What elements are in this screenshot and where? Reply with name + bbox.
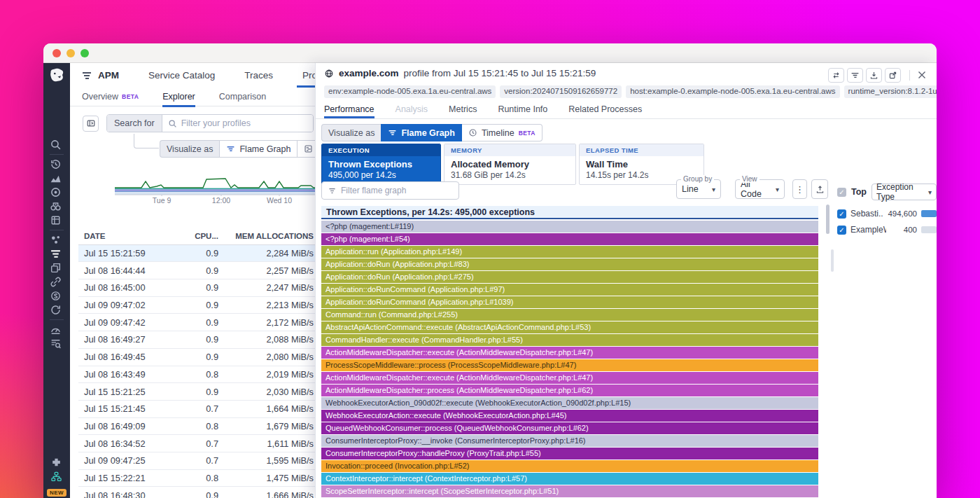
apm-icon[interactable] <box>50 248 62 260</box>
more-options-button[interactable]: ⋮ <box>792 179 807 199</box>
profile-tag[interactable]: version:2024071509162659772 <box>500 85 622 98</box>
flame-graph-option[interactable]: Flame Graph <box>381 124 461 141</box>
flame-frame[interactable]: ProcessScopeMiddleware::process (Process… <box>321 359 818 371</box>
table-cell: 2,213 MiB/s <box>224 300 319 310</box>
flame-filter-input[interactable]: Filter flame graph <box>321 181 459 200</box>
minimize-window-button[interactable] <box>66 49 75 57</box>
flame-frame[interactable]: <?php (magement:L#119) <box>321 221 818 233</box>
chart-icon[interactable] <box>50 172 62 184</box>
panel-tab-analysis[interactable]: Analysis <box>396 100 428 118</box>
view-select[interactable]: View All Code▾ <box>735 179 785 199</box>
legend-item[interactable]: ✓ExampleWa...400 <box>837 225 937 235</box>
metric-card-memory[interactable]: MEMORYAllocated Memory31.68 GiB per 14.2… <box>444 144 576 185</box>
subnav-tab-overview[interactable]: OverviewBETA <box>82 88 139 106</box>
beta-badge: BETA <box>122 93 139 100</box>
flame-frame[interactable]: Invocation::proceed (Invocation.php:L#52… <box>321 460 818 472</box>
scrollbar-thumb[interactable] <box>826 205 830 234</box>
compare-button[interactable] <box>828 68 844 83</box>
flame-frame[interactable]: WebhookExecutorAction_090d02f::execute (… <box>321 397 818 409</box>
subnav-tab-comparison[interactable]: Comparison <box>219 88 266 106</box>
legend-checkbox[interactable]: ✓ <box>837 209 846 219</box>
flame-frame[interactable]: ActionMiddlewareDispatcher::execute (Act… <box>321 347 818 359</box>
flame-frame[interactable]: WebhookExecutorAction::execute (WebhookE… <box>321 410 818 422</box>
search-icon[interactable] <box>50 139 62 151</box>
group-by-select[interactable]: Group by Line▾ <box>676 179 721 199</box>
legend-checkbox[interactable]: ✓ <box>837 226 846 235</box>
profile-search-input[interactable]: Filter your profiles <box>162 115 313 132</box>
nav-item-traces[interactable]: Traces <box>244 63 273 88</box>
flame-frame[interactable]: Command::run (Command.php:L#255) <box>321 309 818 321</box>
panel-resize-handle[interactable] <box>831 249 834 272</box>
cube-icon[interactable] <box>50 214 62 226</box>
open-in-new-button[interactable] <box>885 68 901 83</box>
top-checkbox[interactable]: ✓ <box>837 188 846 197</box>
expand-panel-button[interactable] <box>83 116 99 132</box>
flame-frame[interactable]: Application::doRun (Application.php:L#83… <box>321 258 818 270</box>
windows-icon[interactable] <box>50 262 62 274</box>
close-panel-button[interactable] <box>916 69 928 81</box>
panel-tab-metrics[interactable]: Metrics <box>449 100 477 118</box>
target-icon[interactable] <box>50 186 62 198</box>
column-header-cpu[interactable]: CPU... <box>185 232 224 240</box>
flame-frame[interactable]: CommandHandler::execute (CommandHandler.… <box>321 334 818 346</box>
flame-frame[interactable]: Application::doRunCommand (Application.p… <box>321 284 818 296</box>
binoculars-icon[interactable] <box>50 200 62 212</box>
security-icon[interactable] <box>50 290 62 302</box>
table-cell: 1,679 MiB/s <box>224 421 319 431</box>
close-window-button[interactable] <box>52 49 61 57</box>
flame-frame[interactable]: AbstractApiActionCommand::execute (Abstr… <box>321 321 818 333</box>
metric-card-execution[interactable]: EXECUTIONThrown Exceptions495,000 per 14… <box>321 144 441 185</box>
legend-item[interactable]: ✓Sebasti...494,600 <box>837 209 937 219</box>
panel-visualize-row: Visualize as Flame Graph Timeline BETA <box>321 124 542 141</box>
column-header-label: MEM ALLOCATIONS <box>235 232 314 240</box>
flame-frame[interactable]: Application::doRun (Application.php:L#27… <box>321 271 818 283</box>
table-cell: 0.7 <box>185 403 224 414</box>
list-search-icon[interactable] <box>50 338 62 350</box>
flame-frame[interactable]: ConsumerInterceptorProxy::handleProxy (P… <box>321 448 818 459</box>
subnav-tab-explorer[interactable]: Explorer <box>162 88 195 106</box>
panel-tab-related-processes[interactable]: Related Processes <box>568 100 642 118</box>
filter-icon <box>328 186 337 195</box>
x-tick-label: 12:00 <box>212 196 230 205</box>
table-cell: Jul 08 16:43:49 <box>78 369 185 380</box>
column-header-date[interactable]: DATE <box>78 232 185 240</box>
flame-scrollbar[interactable] <box>826 205 830 498</box>
nav-item-apm[interactable]: APM <box>81 63 119 88</box>
column-header-mem-allocations[interactable]: MEM ALLOCATIONS <box>224 232 319 240</box>
flame-graph-option[interactable]: Flame Graph <box>219 140 298 158</box>
cluster-icon[interactable] <box>50 234 62 246</box>
panel-tab-performance[interactable]: Performance <box>324 100 374 118</box>
panel-title: example.com <box>339 68 399 78</box>
new-badge: NEW <box>47 489 66 497</box>
flame-frame[interactable]: Application::doRunCommand (Application.p… <box>321 296 818 308</box>
profile-tag[interactable]: env:example-node-005.exa.1a.eu-central.a… <box>324 85 496 98</box>
flame-frame[interactable]: ScopeSetterInterceptor::intercept (Scope… <box>321 485 818 497</box>
gauge-icon[interactable] <box>50 324 62 336</box>
profile-tag[interactable]: runtime_version:8.1.2-1ubuntu2.18 <box>844 85 937 98</box>
panel-tab-runtime-info[interactable]: Runtime Info <box>498 100 547 118</box>
zoom-window-button[interactable] <box>80 49 89 57</box>
export-button[interactable] <box>811 179 828 199</box>
flame-frame[interactable]: ConsumerInterceptorProxy::__invoke (Cons… <box>321 435 818 447</box>
nav-item-service-catalog[interactable]: Service Catalog <box>148 63 215 88</box>
flame-frame[interactable]: ContextInterceptor::intercept (ContextIn… <box>321 473 818 485</box>
profile-tag[interactable]: host:example-0.example-node-005.exa.1a.e… <box>626 85 839 98</box>
datadog-logo-icon[interactable] <box>48 67 65 83</box>
flame-graph-icon <box>226 144 235 153</box>
flame-view-button[interactable] <box>847 68 863 83</box>
apm-bars-icon <box>81 70 92 81</box>
flame-frame[interactable]: ActionMiddlewareDispatcher::execute (Act… <box>321 372 818 384</box>
flame-frame[interactable]: QueuedWebhookConsumer::process (QueuedWe… <box>321 422 818 434</box>
timeline-option[interactable]: Timeline BETA <box>462 124 542 141</box>
link-icon[interactable] <box>50 276 62 288</box>
rotate-icon[interactable] <box>50 304 62 316</box>
puzzle-icon[interactable] <box>50 457 62 469</box>
exception-type-select[interactable]: Exception Type ▾ <box>872 184 937 200</box>
flame-frame[interactable]: ActionMiddlewareDispatcher::process (Act… <box>321 385 818 396</box>
flame-frame[interactable]: Application::run (Application.php:L#149) <box>321 246 818 258</box>
team-icon[interactable] <box>50 471 62 483</box>
flame-frame[interactable]: <?php (magement:L#54) <box>321 233 818 245</box>
history-icon[interactable] <box>50 158 62 170</box>
download-button[interactable] <box>866 68 882 83</box>
legend-label: Sebasti... <box>850 209 883 219</box>
